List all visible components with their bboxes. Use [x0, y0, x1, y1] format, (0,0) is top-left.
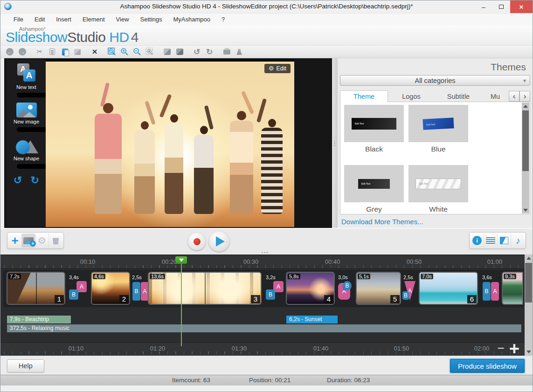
record-narration-button[interactable] — [235, 47, 244, 56]
zoom-selection-button[interactable] — [145, 47, 154, 56]
align-button[interactable] — [484, 234, 498, 248]
figure-silhouette — [261, 119, 283, 214]
music-button[interactable]: ♪ — [511, 234, 525, 248]
delete-button[interactable]: × — [90, 47, 99, 56]
add-image-button[interactable]: + — [22, 234, 35, 248]
audio-clip-sunset[interactable]: 6,2s - Sunset — [286, 316, 338, 323]
minimize-button[interactable]: – — [475, 0, 492, 13]
timeline-clip-6[interactable]: 7,0s 6 — [419, 272, 478, 305]
transition-1[interactable]: 3,4s A B — [68, 275, 88, 303]
info-button[interactable]: i — [471, 234, 484, 248]
audio-clip-relaxing-music[interactable]: 372,5s - Relaxing music — [7, 324, 521, 332]
paste-icon — [62, 48, 68, 55]
theme-item-black[interactable]: Edit Text Black — [344, 105, 404, 153]
theme-item-grey[interactable]: Edit Text Grey — [344, 165, 404, 213]
settings-button[interactable]: ⚙ — [35, 234, 49, 248]
cut-button[interactable]: ✂ — [35, 47, 44, 56]
slide-preview-image[interactable]: ⚙ Edit — [46, 60, 294, 227]
paste-button[interactable] — [60, 47, 69, 56]
rotate-right-button[interactable]: ↻ — [205, 47, 214, 56]
scrollbar-thumb[interactable] — [522, 110, 529, 171]
theme-item-white[interactable]: Edit Text White — [408, 165, 468, 213]
theme-item-blue[interactable]: Edit Text Blue — [408, 105, 468, 153]
zoom-out-button[interactable] — [132, 47, 142, 56]
timeline-clip-7[interactable]: 9,3s — [502, 272, 523, 305]
play-button[interactable] — [209, 231, 229, 252]
timeline-ruler-bottom[interactable]: 01:10 01:20 01:30 01:40 01:50 02:00 — [0, 342, 525, 356]
audio-clip-beachtrip[interactable]: 7,9s - Beachtrip — [7, 316, 71, 323]
delete-slide-button[interactable] — [49, 234, 62, 248]
menu-view[interactable]: View — [111, 14, 135, 26]
duplicate-button[interactable] — [73, 47, 82, 56]
maximize-button[interactable] — [492, 0, 510, 13]
timeline-clip-4[interactable]: 5,8s 4 — [286, 272, 335, 305]
ruler-label: 00:20 — [162, 258, 177, 265]
themes-scrollbar[interactable] — [522, 103, 529, 213]
menu-myashampoo[interactable]: MyAshampoo — [168, 14, 216, 26]
menu-bar: File Edit Insert Element View Settings M… — [0, 13, 533, 26]
new-text-button[interactable]: AA New text — [7, 63, 46, 100]
menu-element[interactable]: Element — [77, 14, 111, 26]
menu-file[interactable]: File — [8, 14, 29, 26]
edit-slide-button[interactable]: ⚙ Edit — [264, 64, 291, 73]
rotate-cw-button[interactable]: ↻ — [31, 175, 39, 186]
timeline-clip-3[interactable]: 13,6s 3 — [148, 272, 262, 305]
menu-help[interactable]: ? — [216, 14, 230, 26]
tabs-next-button[interactable]: › — [519, 91, 530, 102]
tab-theme[interactable]: Theme — [340, 90, 388, 102]
panel-splitter[interactable]: ⋮ — [332, 58, 338, 228]
clip-number: 6 — [467, 295, 477, 303]
scroll-up-icon[interactable] — [522, 103, 529, 110]
copy-button[interactable] — [48, 47, 57, 56]
tabs-prev-button[interactable]: ‹ — [509, 91, 519, 102]
tab-music[interactable]: Mu — [482, 91, 508, 102]
track-buttons-group: i ♪ — [469, 232, 526, 249]
scrollbar-thumb[interactable] — [525, 263, 532, 303]
clip-number: 3 — [251, 295, 260, 303]
timeline-zoom-out-button[interactable]: − — [498, 341, 505, 356]
transition-duration: 2,5s — [132, 275, 142, 280]
new-image-button[interactable]: New image — [7, 100, 46, 135]
tool-tab-divider — [17, 164, 46, 169]
scroll-up-icon[interactable] — [525, 254, 533, 262]
menu-edit[interactable]: Edit — [29, 14, 50, 26]
rotate-left-button[interactable]: ↺ — [192, 47, 201, 56]
tab-subtitle[interactable]: Subtitle — [435, 91, 482, 102]
transition-in-button[interactable] — [162, 47, 172, 56]
print-button[interactable] — [222, 47, 231, 56]
new-shape-button[interactable]: New shape — [7, 135, 46, 172]
produce-slideshow-button[interactable]: Produce slideshow — [450, 359, 525, 373]
menu-settings[interactable]: Settings — [135, 14, 168, 26]
category-dropdown[interactable]: All categories ▾ — [340, 75, 530, 86]
timeline-ruler-top[interactable]: 00:10 00:20 00:30 00:40 00:50 01:00 — [0, 256, 525, 269]
zoom-fit-button[interactable] — [107, 47, 117, 56]
new-text-icon: AA — [16, 63, 37, 83]
transition-5[interactable]: 2,5s A B — [402, 275, 418, 303]
transition-6[interactable]: 3,6s B A — [481, 275, 500, 303]
scroll-down-icon[interactable] — [525, 348, 533, 356]
ruler-label: 02:00 — [474, 345, 490, 352]
rotate-ccw-button[interactable]: ↺ — [14, 175, 22, 186]
transition-4[interactable]: 3,0s A B — [337, 275, 357, 303]
timeline-zoom-in-button[interactable]: + — [509, 342, 519, 356]
transition-out-button[interactable] — [175, 47, 184, 56]
timeline-clip-5[interactable]: 5,1s 5 — [356, 272, 401, 305]
tab-logos[interactable]: Logos — [388, 91, 435, 102]
timeline-scrollbar[interactable] — [525, 254, 533, 356]
timeline-clip-1[interactable]: 7,2s 1 — [7, 272, 65, 305]
download-more-themes-link[interactable]: Download More Themes... — [340, 218, 530, 226]
zoom-in-button[interactable] — [120, 47, 129, 56]
controls-row: + + ⚙ i ♪ ••• — [0, 228, 533, 254]
menu-insert[interactable]: Insert — [50, 14, 77, 26]
transition-3[interactable]: 3,2s A B — [265, 275, 284, 303]
record-button[interactable] — [188, 233, 206, 250]
scroll-down-icon[interactable] — [522, 206, 529, 213]
add-slide-button[interactable]: + — [8, 234, 22, 248]
timeline-clip-2[interactable]: 4,6s 2 — [91, 272, 130, 305]
playhead-marker[interactable] — [175, 256, 187, 264]
transition-button[interactable] — [498, 234, 511, 248]
redo-button[interactable]: → — [18, 47, 27, 56]
help-button[interactable]: Help — [7, 359, 44, 372]
close-button[interactable]: × — [510, 0, 533, 13]
undo-button[interactable]: ← — [5, 47, 14, 56]
